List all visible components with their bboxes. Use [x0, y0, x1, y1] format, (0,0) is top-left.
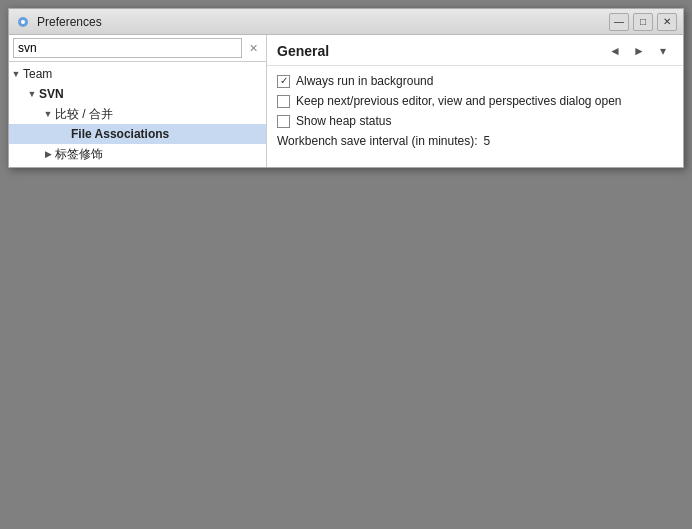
tree-container: ▼ Team ▼ SVN ▼ 比较 / 合并: [9, 62, 266, 167]
tree-item-file-associations[interactable]: ▶ File Associations: [9, 124, 266, 144]
tree-label-svn: SVN: [39, 87, 64, 101]
preferences-window: Preferences — □ ✕ ✕ ▼ Team: [8, 8, 684, 168]
settings-content: Always run in background Keep next/previ…: [267, 66, 683, 156]
value-save-interval: 5: [484, 134, 491, 148]
tree-label-team: Team: [23, 67, 52, 81]
right-panel: General ◄ ► ▾ Always run in background K…: [267, 35, 683, 167]
setting-row-keep-dialog: Keep next/previous editor, view and pers…: [277, 94, 673, 108]
label-always-run: Always run in background: [296, 74, 433, 88]
expand-arrow-svn: ▼: [25, 87, 39, 101]
minimize-button[interactable]: —: [609, 13, 629, 31]
tree-item-label-decorator[interactable]: ▶ 标签修饰: [9, 144, 266, 164]
window-title: Preferences: [37, 15, 609, 29]
close-button[interactable]: ✕: [657, 13, 677, 31]
right-header: General ◄ ► ▾: [267, 35, 683, 66]
right-panel-title: General: [277, 43, 329, 59]
nav-dropdown-button[interactable]: ▾: [653, 41, 673, 61]
expand-arrow-team: ▼: [9, 67, 23, 81]
setting-row-show-heap: Show heap status: [277, 114, 673, 128]
tree-item-compare-merge[interactable]: ▼ 比较 / 合并: [9, 104, 266, 124]
svg-point-1: [21, 20, 25, 24]
search-clear-button[interactable]: ✕: [244, 39, 262, 57]
expand-arrow-compare: ▼: [41, 107, 55, 121]
label-keep-dialog: Keep next/previous editor, view and pers…: [296, 94, 622, 108]
maximize-button[interactable]: □: [633, 13, 653, 31]
title-bar: Preferences — □ ✕: [9, 9, 683, 35]
nav-back-button[interactable]: ◄: [605, 41, 625, 61]
nav-forward-button[interactable]: ►: [629, 41, 649, 61]
checkbox-keep-dialog[interactable]: [277, 95, 290, 108]
setting-row-save-interval: Workbench save interval (in minutes): 5: [277, 134, 673, 148]
tree-label-label-decorator: 标签修饰: [55, 146, 103, 163]
tree-item-svn[interactable]: ▼ SVN: [9, 84, 266, 104]
main-content: ✕ ▼ Team ▼ SVN ▼: [9, 35, 683, 167]
right-controls: ◄ ► ▾: [605, 41, 673, 61]
search-bar: ✕: [9, 35, 266, 62]
expand-arrow-label-dec: ▶: [41, 147, 55, 161]
preferences-icon: [15, 14, 31, 30]
search-input[interactable]: [13, 38, 242, 58]
checkbox-always-run[interactable]: [277, 75, 290, 88]
tree-item-team[interactable]: ▼ Team: [9, 64, 266, 84]
setting-row-always-run: Always run in background: [277, 74, 673, 88]
left-panel: ✕ ▼ Team ▼ SVN ▼: [9, 35, 267, 167]
tree-label-file-associations: File Associations: [71, 127, 169, 141]
window-controls: — □ ✕: [609, 13, 677, 31]
checkbox-show-heap[interactable]: [277, 115, 290, 128]
label-save-interval: Workbench save interval (in minutes):: [277, 134, 478, 148]
tree-label-compare-merge: 比较 / 合并: [55, 106, 113, 123]
label-show-heap: Show heap status: [296, 114, 391, 128]
